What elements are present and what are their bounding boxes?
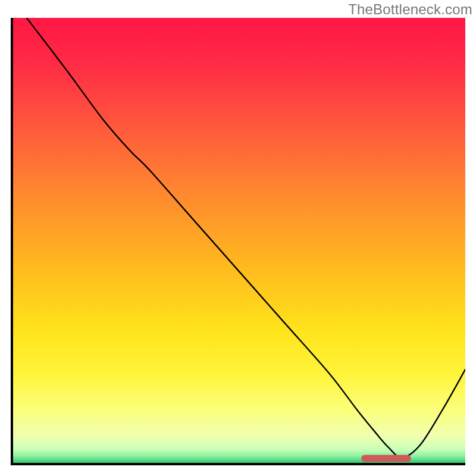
optimal-range-marker bbox=[361, 455, 411, 462]
bottleneck-chart bbox=[13, 18, 465, 463]
gradient-background bbox=[13, 18, 465, 463]
chart-frame bbox=[11, 18, 465, 465]
chart-stage: TheBottleneck.com bbox=[0, 0, 476, 476]
watermark-text: TheBottleneck.com bbox=[348, 1, 472, 18]
